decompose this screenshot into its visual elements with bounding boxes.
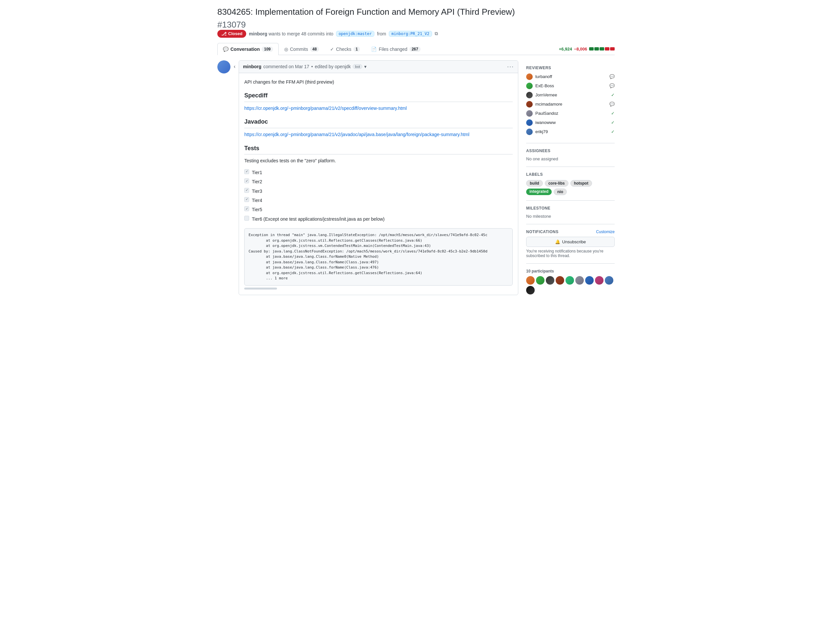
reviewer-avatar-turbanoff[interactable]	[526, 74, 533, 80]
author-avatar	[218, 60, 230, 74]
reviewer-status-erikj79: ✓	[611, 129, 614, 134]
labels-title: Labels	[526, 172, 614, 177]
participant-2[interactable]	[536, 276, 544, 285]
checkbox-6[interactable]	[244, 216, 249, 221]
bot-dropdown-icon[interactable]: ▾	[364, 64, 366, 69]
reviewer-row-ExE-Boss: ExE-Boss💬	[526, 83, 614, 89]
checkbox-4[interactable]	[244, 197, 249, 202]
collapse-arrow[interactable]: ‹	[234, 64, 235, 295]
participant-4[interactable]	[556, 276, 564, 285]
checklist-label: Tier1	[252, 169, 262, 176]
tab-commits-count: 48	[310, 46, 319, 52]
reviewer-name-PaulSandoz[interactable]: PaulSandoz	[535, 111, 558, 116]
checkbox-3[interactable]	[244, 188, 249, 193]
comment-author[interactable]: minborg	[243, 64, 261, 69]
reviewer-row-JornVernee: JornVernee✓	[526, 92, 614, 98]
participant-9[interactable]	[605, 276, 613, 285]
comment-intro: API changes for the FFM API (third previ…	[244, 78, 513, 86]
participant-10[interactable]	[526, 286, 535, 295]
reviewer-name-ExE-Boss[interactable]: ExE-Boss	[535, 83, 554, 88]
checkbox-2[interactable]	[244, 178, 249, 183]
reviewer-status-turbanoff: 💬	[610, 74, 614, 79]
reviewer-left: iwanowww	[526, 119, 556, 126]
label-core-libs[interactable]: core-libs	[545, 180, 568, 187]
base-branch-tag[interactable]: openjdk:master	[336, 31, 374, 37]
participant-5[interactable]	[565, 276, 574, 285]
comment-edited-label: edited by openjdk	[315, 64, 351, 69]
reviewer-avatar-PaulSandoz[interactable]	[526, 110, 533, 117]
notif-row: Notifications Customize	[526, 229, 614, 234]
copy-icon[interactable]: ⧉	[435, 31, 438, 37]
three-dots-menu[interactable]: ···	[507, 63, 514, 70]
status-badge: ⎇ Closed	[218, 30, 246, 38]
tab-conversation-count: 109	[262, 46, 273, 52]
reviewer-row-PaulSandoz: PaulSandoz✓	[526, 110, 614, 117]
bot-tag: bot	[353, 64, 362, 69]
checks-icon: ✓	[330, 46, 334, 52]
sidebar-milestone: Milestone No milestone	[526, 201, 614, 224]
tab-commits[interactable]: ◎ Commits 48	[278, 43, 325, 55]
tab-files-changed[interactable]: 📄 Files changed 267	[365, 43, 426, 55]
specdiff-link[interactable]: https://cr.openjdk.org/~pminborg/panama/…	[244, 104, 513, 112]
milestone-value: No milestone	[526, 214, 614, 219]
participant-8[interactable]	[595, 276, 603, 285]
reviewer-row-mcimadamore: mcimadamore💬	[526, 101, 614, 107]
label-integrated[interactable]: integrated	[526, 189, 552, 195]
sidebar-labels: Labels buildcore-libshotspotintegratedni…	[526, 167, 614, 201]
checklist-item: Tier6 (Except one test applications/jcst…	[244, 215, 513, 224]
tab-files-label: Files changed	[379, 46, 407, 52]
reviewer-left: turbanoff	[526, 74, 552, 80]
files-icon: 📄	[371, 46, 377, 52]
diff-bar-5	[610, 47, 614, 51]
reviewer-left: mcimadamore	[526, 101, 562, 107]
reviewer-name-JornVernee[interactable]: JornVernee	[535, 93, 557, 98]
participant-6[interactable]	[575, 276, 584, 285]
customize-link[interactable]: Customize	[596, 229, 614, 234]
reviewer-avatar-erikj79[interactable]	[526, 128, 533, 135]
reviewer-name-iwanowww[interactable]: iwanowww	[535, 120, 556, 125]
reviewer-avatar-iwanowww[interactable]	[526, 119, 533, 126]
specdiff-title: Specdiff	[244, 91, 513, 102]
reviewer-name-mcimadamore[interactable]: mcimadamore	[535, 102, 562, 107]
checklist-label: Tier6 (Except one test applications/jcst…	[252, 215, 384, 223]
pr-meta-row: ⎇ Closed minborg wants to merge 48 commi…	[218, 30, 614, 38]
checkbox-5[interactable]	[244, 206, 249, 211]
reviewer-row-iwanowww: iwanowww✓	[526, 119, 614, 126]
reviewer-status-PaulSandoz: ✓	[611, 111, 614, 116]
status-badge-label: Closed	[228, 31, 242, 36]
diff-bars	[589, 47, 614, 51]
checklist-label: Tier3	[252, 187, 262, 195]
reviewer-avatar-JornVernee[interactable]	[526, 92, 533, 98]
participant-7[interactable]	[585, 276, 594, 285]
conversation-area: ‹ minborg commented on Mar 17 • edited b…	[218, 60, 518, 300]
stat-deletions: −8,006	[574, 46, 587, 51]
tab-checks[interactable]: ✓ Checks 1	[325, 43, 365, 55]
bell-icon: 🔔	[555, 239, 560, 244]
scrollbar[interactable]	[244, 288, 277, 290]
label-nio[interactable]: nio	[554, 189, 567, 195]
tab-conversation[interactable]: 💬 Conversation 109	[218, 43, 278, 55]
unsubscribe-button[interactable]: 🔔 Unsubscribe	[526, 237, 614, 247]
comment-box: minborg commented on Mar 17 • edited by …	[238, 60, 518, 295]
javadoc-link[interactable]: https://cr.openjdk.org/~pminborg/panama/…	[244, 131, 513, 138]
reviewers-title: Reviewers	[526, 66, 614, 70]
pr-number: #13079	[218, 20, 614, 30]
label-build[interactable]: build	[526, 180, 543, 187]
participant-3[interactable]	[546, 276, 554, 285]
checklist: Tier1Tier2Tier3Tier4Tier5Tier6 (Except o…	[244, 168, 513, 224]
head-branch-tag[interactable]: minborg:PR_21_V2	[389, 31, 432, 37]
tests-intro: Testing excludes tests on the "zero" pla…	[244, 157, 513, 164]
participant-1[interactable]	[526, 276, 535, 285]
sidebar: Reviewers turbanoff💬ExE-Boss💬JornVernee✓…	[526, 60, 614, 300]
comment-body: API changes for the FFM API (third previ…	[239, 73, 518, 295]
reviewer-avatar-ExE-Boss[interactable]	[526, 83, 533, 89]
checkbox-1[interactable]	[244, 169, 249, 174]
reviewer-name-erikj79[interactable]: erikj79	[535, 129, 548, 134]
comment-header: minborg commented on Mar 17 • edited by …	[239, 61, 518, 73]
author-name: minborg	[249, 31, 267, 37]
reviewer-status-JornVernee: ✓	[611, 93, 614, 98]
reviewer-avatar-mcimadamore[interactable]	[526, 101, 533, 107]
reviewer-name-turbanoff[interactable]: turbanoff	[535, 74, 552, 79]
label-hotspot[interactable]: hotspot	[570, 180, 592, 187]
checklist-item: Tier4	[244, 196, 513, 205]
